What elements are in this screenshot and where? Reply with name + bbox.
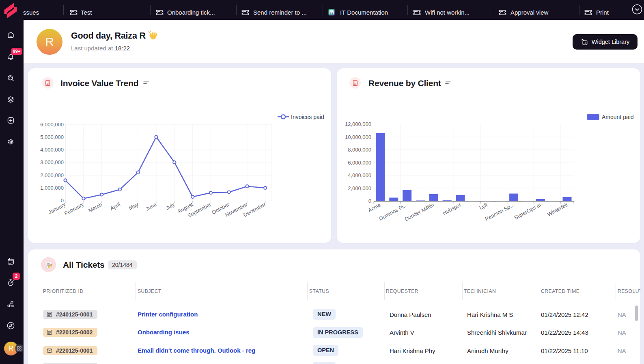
svg-text:2,000,000: 2,000,000 [348, 185, 371, 191]
svg-text:4,000,000: 4,000,000 [348, 172, 371, 178]
svg-text:SuperOps.ai: SuperOps.ai [513, 202, 542, 221]
svg-text:10,000,000: 10,000,000 [345, 134, 371, 140]
svg-text:1,000,000: 1,000,000 [40, 185, 64, 191]
svg-text:Winterfell: Winterfell [546, 202, 569, 217]
svg-text:February: February [63, 201, 85, 217]
svg-text:4,000,000: 4,000,000 [40, 147, 64, 153]
svg-text:Pearson Sp...: Pearson Sp... [484, 202, 515, 222]
svg-text:0: 0 [368, 198, 371, 204]
svg-text:Invoices paid: Invoices paid [291, 114, 324, 120]
svg-text:5,000,000: 5,000,000 [40, 134, 64, 140]
svg-text:Dominos Pi...: Dominos Pi... [378, 202, 408, 222]
svg-text:12,000,000: 12,000,000 [345, 121, 371, 127]
svg-text:6,000,000: 6,000,000 [348, 160, 371, 166]
svg-text:Hubspot: Hubspot [442, 202, 462, 216]
svg-text:3,000,000: 3,000,000 [40, 159, 64, 165]
svg-text:May: May [128, 201, 140, 211]
svg-text:Amount paid: Amount paid [602, 114, 634, 120]
svg-text:March: March [87, 201, 103, 213]
svg-text:June: June [144, 201, 157, 212]
svg-text:Lyft: Lyft [478, 202, 489, 211]
svg-text:April: April [109, 201, 121, 212]
svg-text:6,000,000: 6,000,000 [40, 121, 64, 128]
svg-text:8,000,000: 8,000,000 [348, 147, 371, 153]
svg-text:2,000,000: 2,000,000 [40, 172, 64, 178]
svg-text:Dunder Mifflin: Dunder Mifflin [404, 202, 435, 222]
svg-text:January: January [47, 201, 67, 215]
